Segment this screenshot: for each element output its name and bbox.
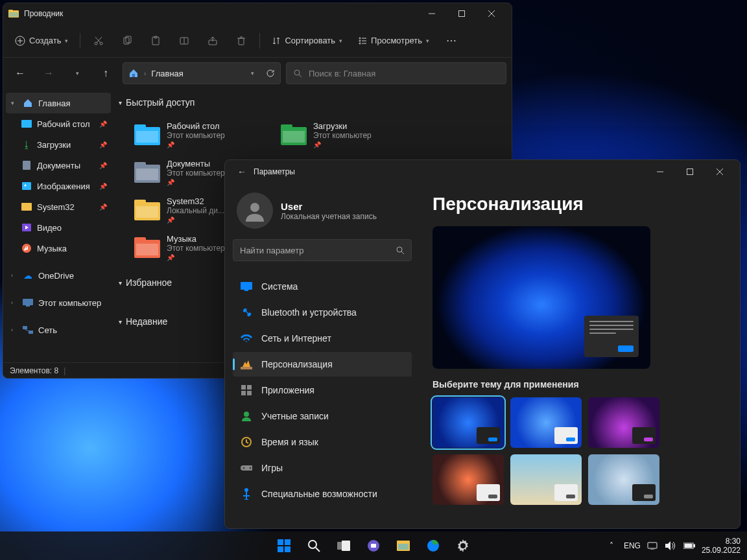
folder-icon <box>134 197 160 223</box>
theme-option[interactable] <box>588 397 659 448</box>
settings-search[interactable]: Найти параметр <box>233 239 412 261</box>
back-button[interactable]: ← <box>230 167 254 177</box>
settings-nav-item[interactable]: Bluetooth и устройства <box>233 300 412 325</box>
network-icon[interactable] <box>647 542 659 550</box>
share-button[interactable] <box>200 29 226 52</box>
more-button[interactable]: ⋯ <box>438 29 464 52</box>
settings-nav-item[interactable]: Персонализация <box>233 352 412 377</box>
up-button[interactable]: ↑ <box>94 62 117 85</box>
settings-nav-item[interactable]: Система <box>233 274 412 299</box>
rename-button[interactable] <box>171 29 197 52</box>
sidebar-item-documents[interactable]: Документы📌 <box>6 155 111 176</box>
svg-rect-35 <box>22 182 31 190</box>
svg-rect-51 <box>283 131 305 143</box>
page-title: Персонализация <box>433 194 727 215</box>
folder-tile[interactable]: Рабочий столЭтот компьютер📌 <box>132 117 268 152</box>
sidebar-item-system32[interactable]: System32📌 <box>6 196 111 217</box>
minimize-button[interactable] <box>645 161 675 182</box>
maximize-button[interactable] <box>675 161 705 182</box>
settings-nav-item[interactable]: Игры <box>233 456 412 480</box>
pin-icon: 📌 <box>167 141 225 148</box>
theme-option[interactable] <box>433 454 504 505</box>
language-indicator[interactable]: ENG <box>624 541 641 550</box>
theme-grid <box>433 397 727 505</box>
sidebar-item-onedrive[interactable]: ›☁OneDrive <box>6 265 111 286</box>
settings-nav-item[interactable]: Учетные записи <box>233 404 412 428</box>
folder-icon <box>281 122 307 148</box>
minimize-button[interactable] <box>417 3 447 24</box>
svg-point-91 <box>309 541 316 548</box>
breadcrumb[interactable]: Главная <box>151 69 183 78</box>
theme-section-label: Выберите тему для применения <box>433 379 727 390</box>
delete-button[interactable] <box>228 29 254 52</box>
recent-button[interactable]: ▾ <box>65 62 89 85</box>
copy-button[interactable] <box>114 29 140 52</box>
sidebar-item-home[interactable]: ▾Главная <box>6 93 111 113</box>
chevron-down-icon: ▾ <box>426 38 429 44</box>
group-quick-access[interactable]: ▾Быстрый доступ <box>119 93 512 112</box>
forward-button[interactable]: → <box>37 62 60 85</box>
close-button[interactable] <box>477 3 506 24</box>
sidebar-item-desktop[interactable]: Рабочий стол📌 <box>6 113 111 134</box>
chat-button[interactable] <box>361 533 386 559</box>
taskbar-tray: ˄ ENG 8:30 25.09.2022 <box>606 537 747 555</box>
address-bar[interactable]: › Главная ▾ <box>123 62 281 84</box>
svg-rect-80 <box>247 391 252 395</box>
battery-icon[interactable] <box>683 542 695 549</box>
svg-rect-77 <box>241 385 246 390</box>
pin-icon: 📌 <box>99 162 107 169</box>
start-button[interactable] <box>271 533 297 559</box>
tray-expand-icon[interactable]: ˄ <box>606 541 617 550</box>
taskbar-clock[interactable]: 8:30 25.09.2022 <box>702 537 741 555</box>
close-button[interactable] <box>705 161 735 182</box>
folder-tile[interactable]: ЗагрузкиЭтот компьютер📌 <box>278 117 414 152</box>
svg-rect-89 <box>278 546 283 552</box>
settings-sidebar: User Локальная учетная запись Найти пара… <box>225 183 420 528</box>
sidebar-item-video[interactable]: Видео <box>6 217 111 238</box>
explorer-button[interactable] <box>390 533 416 559</box>
theme-option[interactable] <box>588 454 659 505</box>
explorer-title: Проводник <box>24 9 63 18</box>
theme-option[interactable] <box>510 397 582 448</box>
refresh-button[interactable] <box>266 69 275 78</box>
svg-rect-100 <box>648 542 657 548</box>
new-button[interactable]: Создать ▾ <box>8 29 75 52</box>
explorer-titlebar[interactable]: Проводник <box>3 3 512 24</box>
theme-option[interactable] <box>433 397 504 448</box>
sidebar-item-pictures[interactable]: Изображения📌 <box>6 176 111 196</box>
svg-rect-105 <box>685 544 692 548</box>
view-button[interactable]: Просмотреть ▾ <box>351 29 436 52</box>
user-name: User <box>281 201 377 212</box>
dropdown-icon[interactable]: ▾ <box>251 70 254 76</box>
sidebar-item-thispc[interactable]: ›Этот компьютер <box>6 292 111 313</box>
settings-nav-item[interactable]: Приложения <box>233 378 412 402</box>
search-placeholder: Найти параметр <box>240 246 303 255</box>
cut-button[interactable] <box>86 29 112 52</box>
sidebar-item-downloads[interactable]: ⭳Загрузки📌 <box>6 134 111 155</box>
edge-button[interactable] <box>420 533 446 559</box>
search-icon <box>396 246 405 255</box>
svg-point-24 <box>359 38 361 39</box>
user-info[interactable]: User Локальная учетная запись <box>233 189 412 239</box>
volume-icon[interactable] <box>665 541 677 550</box>
theme-option[interactable] <box>510 454 582 505</box>
svg-rect-41 <box>23 299 33 305</box>
settings-nav-item[interactable]: Специальные возможности <box>233 482 412 506</box>
svg-rect-30 <box>132 74 135 77</box>
search-input[interactable]: Поиск в: Главная <box>286 62 506 84</box>
settings-nav-item[interactable]: Сеть и Интернет <box>233 326 412 351</box>
svg-rect-96 <box>371 544 376 548</box>
settings-nav-item[interactable]: Время и язык <box>233 430 412 454</box>
sidebar-item-music[interactable]: Музыка <box>6 238 111 259</box>
sort-button[interactable]: Сортировать ▾ <box>265 29 349 52</box>
maximize-button[interactable] <box>447 3 477 24</box>
sidebar-item-network[interactable]: ›Сеть <box>6 320 111 340</box>
svg-point-72 <box>397 247 402 252</box>
paste-button[interactable] <box>143 29 169 52</box>
search-button[interactable] <box>301 533 327 559</box>
taskview-button[interactable] <box>331 533 357 559</box>
settings-titlebar[interactable]: ← Параметры <box>225 160 740 183</box>
svg-rect-88 <box>285 539 290 545</box>
back-button[interactable]: ← <box>8 62 32 85</box>
settings-button[interactable] <box>450 533 476 559</box>
